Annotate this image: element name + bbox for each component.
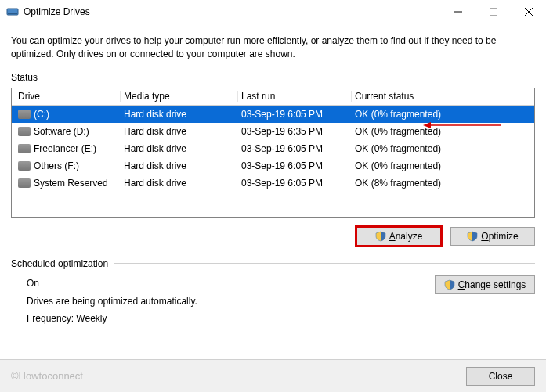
drive-lastrun: 03-Sep-19 6:05 PM: [238, 178, 352, 189]
drive-lastrun: 03-Sep-19 6:35 PM: [238, 126, 352, 137]
table-row[interactable]: Software (D:)Hard disk drive03-Sep-19 6:…: [12, 123, 534, 140]
sched-heading: Scheduled optimization: [11, 258, 108, 269]
sched-state: On: [27, 275, 197, 293]
drive-name: Others (F:): [34, 160, 79, 171]
divider: [114, 263, 535, 264]
drive-status: OK (0% fragmented): [352, 143, 534, 154]
drive-status: OK (0% fragmented): [352, 126, 534, 137]
drive-icon: [18, 127, 31, 136]
maximize-button[interactable]: [475, 0, 511, 23]
col-lastrun[interactable]: Last run: [238, 91, 352, 102]
intro-text: You can optimize your drives to help you…: [11, 34, 535, 61]
svg-rect-1: [8, 13, 17, 14]
drive-status: OK (8% fragmented): [352, 178, 534, 189]
status-heading: Status: [11, 72, 38, 83]
drive-status: OK (0% fragmented): [352, 160, 534, 171]
drive-lastrun: 03-Sep-19 6:05 PM: [238, 109, 352, 120]
drive-media: Hard disk drive: [121, 160, 238, 171]
drive-status: OK (0% fragmented): [352, 109, 534, 120]
table-empty-space: [12, 192, 534, 217]
shield-icon: [444, 279, 455, 290]
drive-media: Hard disk drive: [121, 143, 238, 154]
drive-media: Hard disk drive: [121, 109, 238, 120]
table-row[interactable]: System ReservedHard disk drive03-Sep-19 …: [12, 174, 534, 192]
watermark: ©Howtoconnect: [11, 370, 83, 382]
table-header: Drive Media type Last run Current status: [12, 88, 534, 106]
drive-lastrun: 03-Sep-19 6:05 PM: [238, 143, 352, 154]
shield-icon: [467, 231, 478, 242]
change-settings-button[interactable]: Change settings: [435, 275, 535, 294]
drive-media: Hard disk drive: [121, 126, 238, 137]
table-row[interactable]: Freelancer (E:)Hard disk drive03-Sep-19 …: [12, 140, 534, 157]
analyze-button[interactable]: Analyze: [356, 227, 441, 246]
shield-icon: [375, 231, 386, 242]
drive-name: Software (D:): [34, 126, 89, 137]
optimize-button[interactable]: Optimize: [450, 227, 535, 246]
window-title: Optimize Drives: [24, 6, 90, 17]
drives-table: Drive Media type Last run Current status…: [11, 88, 535, 218]
drive-name: (C:): [34, 109, 49, 120]
svg-rect-3: [490, 8, 497, 15]
col-media[interactable]: Media type: [121, 91, 238, 102]
drive-media: Hard disk drive: [121, 178, 238, 189]
drive-icon: [18, 144, 31, 153]
close-dialog-button[interactable]: Close: [466, 367, 535, 386]
col-status[interactable]: Current status: [352, 91, 534, 102]
divider: [44, 77, 535, 77]
drive-lastrun: 03-Sep-19 6:05 PM: [238, 160, 352, 171]
table-row[interactable]: Others (F:)Hard disk drive03-Sep-19 6:05…: [12, 157, 534, 174]
drive-icon: [18, 178, 31, 188]
col-drive[interactable]: Drive: [15, 91, 121, 102]
app-icon: [6, 5, 19, 18]
drive-name: System Reserved: [34, 178, 108, 189]
sched-freq: Frequency: Weekly: [27, 311, 197, 328]
drive-name: Freelancer (E:): [34, 143, 96, 154]
sched-desc: Drives are being optimized automatically…: [27, 293, 197, 311]
minimize-button[interactable]: [440, 0, 475, 23]
close-button[interactable]: [511, 0, 546, 23]
drive-icon: [18, 110, 31, 119]
table-row[interactable]: (C:)Hard disk drive03-Sep-19 6:05 PMOK (…: [12, 106, 534, 123]
drive-icon: [18, 161, 31, 171]
